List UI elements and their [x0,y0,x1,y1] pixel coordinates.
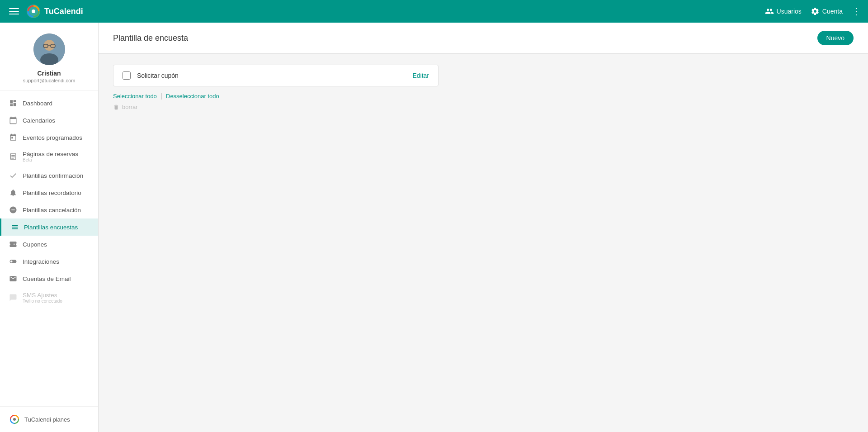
new-button[interactable]: Nuevo [817,31,854,45]
pages-icon [9,152,17,161]
sidebar-label-cupones: Cupones [23,241,47,248]
logo-area: TuCalendi [26,4,83,19]
sidebar-item-cuentas-email[interactable]: Cuentas de Email [0,270,98,287]
sidebar-item-cupones[interactable]: Cupones [0,236,98,253]
sidebar-item-plantillas-cancelacion[interactable]: Plantillas cancelación [0,201,98,218]
logo-text: TuCalendi [44,7,83,16]
sidebar-item-plantillas-confirmacion[interactable]: Plantillas confirmación [0,167,98,184]
avatar-image [33,33,65,65]
calendar-icon [9,116,17,124]
sidebar-item-eventos-programados[interactable]: Eventos programados [0,129,98,146]
deselect-all-link[interactable]: Desseleccionar todo [166,93,219,100]
template-name: Solicitar cupón [137,72,412,79]
hamburger-button[interactable] [7,6,21,16]
dashboard-icon [9,99,17,107]
page-header: Plantilla de encuesta Nuevo [99,23,868,54]
delete-label: borrar [122,104,138,110]
app-body: Cristian support@tucalendi.com Dashboard… [0,23,868,432]
integrations-icon [9,257,17,266]
sidebar-item-sms-ajustes[interactable]: SMS Ajustes Twilio no conectado [0,287,98,308]
sidebar-label-encuestas: Plantillas encuestas [24,224,78,231]
top-navigation: TuCalendi Usuarios Cuenta ⋮ [0,0,868,23]
template-checkbox[interactable] [123,71,131,80]
user-section: Cristian support@tucalendi.com [0,23,98,91]
sidebar-item-integraciones[interactable]: Integraciones [0,253,98,270]
sidebar-label-eventos: Eventos programados [23,134,82,141]
select-all-link[interactable]: Seleccionar todo [113,93,157,100]
tucalendi-planes-label: TuCalendi planes [24,416,70,423]
svg-point-1 [32,9,35,13]
svg-point-5 [45,41,54,50]
reminder-icon [9,189,17,197]
tucalendi-logo-icon [26,4,41,19]
nav-right: Usuarios Cuenta ⋮ [765,6,861,17]
coupon-icon [9,240,17,248]
usuarios-label: Usuarios [777,8,802,15]
sidebar-label-sms: SMS Ajustes [23,292,62,299]
user-name: Cristian [37,70,61,77]
sidebar-sublabel-sms: Twilio no conectado [23,299,62,304]
more-options-button[interactable]: ⋮ [852,6,861,17]
sidebar-label-dashboard: Dashboard [23,100,52,107]
bulk-separator: | [160,92,162,100]
sms-icon [9,294,17,302]
main-content: Plantilla de encuesta Nuevo Solicitar cu… [99,23,868,432]
sidebar-label-calendarios: Calendarios [23,117,55,124]
cancel-icon [9,206,17,214]
confirm-icon [9,171,17,180]
edit-link[interactable]: Editar [412,72,429,79]
sidebar-sublabel-beta: Beta [23,157,78,162]
avatar [33,33,65,65]
delete-action[interactable]: borrar [113,104,854,110]
trash-icon [113,104,119,110]
cuenta-label: Cuenta [822,8,843,15]
sidebar-label-confirmacion: Plantillas confirmación [23,172,83,179]
sidebar-item-plantillas-recordatorio[interactable]: Plantillas recordatorio [0,184,98,201]
sidebar-label-cancelacion: Plantillas cancelación [23,207,81,214]
survey-icon [10,223,19,231]
svg-point-9 [13,418,16,421]
tucalendi-small-logo [9,414,20,425]
sidebar: Cristian support@tucalendi.com Dashboard… [0,23,99,432]
cuenta-button[interactable]: Cuenta [811,7,843,16]
nav-items: Dashboard Calendarios Eventos programado… [0,91,98,406]
bulk-actions: Seleccionar todo | Desseleccionar todo [113,92,439,100]
sidebar-label-integraciones: Integraciones [23,258,59,265]
page-title: Plantilla de encuesta [113,33,188,43]
sidebar-item-plantillas-encuestas[interactable]: Plantillas encuestas [0,218,98,236]
sidebar-bottom[interactable]: TuCalendi planes [0,406,98,432]
sidebar-label-email: Cuentas de Email [23,275,71,282]
sidebar-label-paginas: Páginas de reservas [23,151,78,157]
usuarios-button[interactable]: Usuarios [765,7,802,16]
template-item: Solicitar cupón Editar [113,65,439,86]
user-email: support@tucalendi.com [23,78,75,83]
sidebar-item-dashboard[interactable]: Dashboard [0,95,98,112]
nav-left: TuCalendi [7,4,83,19]
events-icon [9,133,17,142]
sidebar-item-calendarios[interactable]: Calendarios [0,112,98,129]
sidebar-label-recordatorio: Plantillas recordatorio [23,190,81,196]
sidebar-item-paginas-reservas[interactable]: Páginas de reservas Beta [0,146,98,167]
content-area: Solicitar cupón Editar Seleccionar todo … [99,54,868,432]
email-icon [9,275,17,283]
